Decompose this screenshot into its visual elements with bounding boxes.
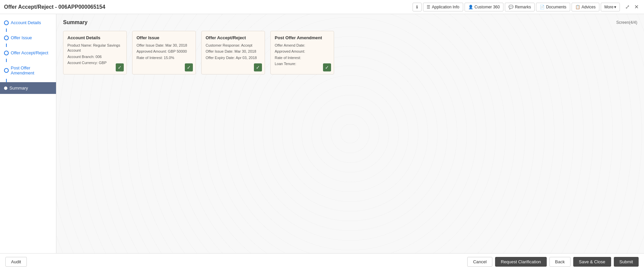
section-title: Summary: [63, 19, 88, 25]
screen-info: Screen(4/4): [616, 20, 637, 25]
nav-circle-offer-issue: [4, 36, 9, 40]
nav-dot-summary: [4, 87, 7, 90]
header-actions: ℹ ☰ Application Info 👤 Customer 360 💬 Re…: [413, 3, 640, 11]
documents-icon: 📄: [540, 5, 545, 9]
advices-button[interactable]: 📋 Advices: [572, 3, 599, 11]
card-field-account-branch: Account Branch: 006: [67, 54, 122, 59]
nav-circle-account-details: [4, 20, 9, 25]
window-controls: ⤢ ✕: [624, 3, 640, 11]
approved-amount2-label: Approved Amount:: [275, 49, 305, 53]
card-check-offer-accept-reject: ✓: [254, 63, 262, 71]
section-header: Summary Screen(4/4): [63, 19, 637, 25]
approved-amount-label: Approved Amount:: [137, 49, 168, 53]
card-field-account-currency: Account Currency: GBP: [67, 60, 122, 65]
card-title-post-offer-amendment: Post Offer Amendment: [275, 35, 330, 40]
rate-of-interest2-label: Rate of Interest:: [275, 56, 301, 60]
nav-circle-post-offer-amendment: [4, 68, 9, 73]
submit-button[interactable]: Submit: [614, 257, 639, 267]
product-name-label: Product Name:: [67, 43, 93, 47]
approved-amount-value: GBP 50000: [168, 49, 187, 53]
resize-button[interactable]: ⤢: [624, 3, 631, 11]
card-field-customer-response: Customer Response: Accept: [206, 43, 261, 48]
sidebar: Account Details Offer Issue Offer Accept…: [0, 14, 56, 253]
post-offer-amendment-card: Post Offer Amendment Offer Amend Date: A…: [270, 31, 334, 74]
customer360-icon: 👤: [468, 5, 473, 9]
nav-circle-offer-accept-reject: [4, 51, 9, 55]
offer-issue-date2-label: Offer Issue Date:: [206, 49, 234, 53]
nav-connector-3: [6, 59, 7, 62]
cards-row: Account Details Product Name: Regular Sa…: [63, 31, 637, 74]
back-button[interactable]: Back: [549, 257, 571, 267]
remarks-button[interactable]: 💬 Remarks: [505, 3, 535, 11]
footer-right: Cancel Request Clarification Back Save &…: [467, 257, 639, 267]
sidebar-item-offer-accept-reject[interactable]: Offer Accept/Reject: [0, 47, 56, 59]
card-field-approved-amount2: Approved Amount:: [275, 49, 330, 54]
account-branch-label: Account Branch:: [67, 55, 96, 59]
offer-issue-date-value: Mar 30, 2018: [165, 43, 187, 47]
info-icon: ℹ: [416, 5, 418, 9]
account-details-card: Account Details Product Name: Regular Sa…: [63, 31, 127, 74]
nav-connector-1: [6, 29, 7, 32]
card-field-rate-of-interest2: Rate of Interest:: [275, 55, 330, 60]
card-check-account-details: ✓: [116, 63, 124, 71]
nav-connector-4: [6, 79, 7, 82]
page-title: Offer Accept/Reject - 006APP000065154: [4, 4, 105, 10]
account-currency-value: GBP: [99, 61, 107, 65]
customer-response-value: Accept: [241, 43, 253, 47]
offer-issue-card: Offer Issue Offer Issue Date: Mar 30, 20…: [132, 31, 196, 74]
offer-amend-date-label: Offer Amend Date:: [275, 43, 305, 47]
documents-button[interactable]: 📄 Documents: [536, 3, 570, 11]
footer: Audit Cancel Request Clarification Back …: [0, 253, 644, 270]
card-check-post-offer-amendment: ✓: [323, 63, 331, 71]
customer-response-label: Customer Response:: [206, 43, 241, 47]
save-close-button[interactable]: Save & Close: [573, 257, 611, 267]
card-check-offer-issue: ✓: [185, 63, 193, 71]
account-branch-value: 006: [96, 55, 102, 59]
card-title-offer-accept-reject: Offer Accept/Reject: [206, 35, 261, 40]
offer-issue-date-label: Offer Issue Date:: [137, 43, 165, 47]
card-field-offer-amend-date: Offer Amend Date:: [275, 43, 330, 48]
loan-tenure-label: Loan Tenure:: [275, 62, 296, 66]
customer360-button[interactable]: 👤 Customer 360: [465, 3, 503, 11]
card-field-rate-of-interest: Rate of Interest: 15.0%: [137, 55, 192, 60]
audit-button[interactable]: Audit: [5, 257, 27, 267]
account-currency-label: Account Currency:: [67, 61, 99, 65]
card-field-offer-issue-date2: Offer Issue Date: Mar 30, 2018: [206, 49, 261, 54]
rate-of-interest-value: 15.0%: [164, 56, 174, 60]
main-layout: Account Details Offer Issue Offer Accept…: [0, 14, 644, 253]
card-field-offer-issue-date: Offer Issue Date: Mar 30, 2018: [137, 43, 192, 48]
application-info-button[interactable]: ☰ Application Info: [423, 3, 463, 11]
nav-connector-2: [6, 44, 7, 47]
offer-accept-reject-card: Offer Accept/Reject Customer Response: A…: [201, 31, 265, 74]
content-area: Summary Screen(4/4) Account Details Prod…: [56, 14, 644, 253]
close-button[interactable]: ✕: [633, 3, 640, 11]
sidebar-item-account-details[interactable]: Account Details: [0, 17, 56, 29]
rate-of-interest-label: Rate of Interest:: [137, 56, 164, 60]
remarks-icon: 💬: [508, 5, 514, 9]
content-inner: Summary Screen(4/4) Account Details Prod…: [56, 14, 644, 253]
card-title-offer-issue: Offer Issue: [137, 35, 192, 40]
advices-icon: 📋: [575, 5, 580, 9]
header: Offer Accept/Reject - 006APP000065154 ℹ …: [0, 0, 644, 14]
application-info-icon: ☰: [427, 5, 430, 9]
card-field-loan-tenure: Loan Tenure:: [275, 61, 330, 66]
footer-left: Audit: [5, 257, 27, 267]
cancel-button[interactable]: Cancel: [467, 257, 492, 267]
card-field-product-name: Product Name: Regular Savings Account: [67, 43, 122, 53]
sidebar-item-summary[interactable]: Summary: [0, 82, 56, 94]
request-clarification-button[interactable]: Request Clarification: [495, 257, 547, 267]
card-field-offer-expiry-date: Offer Expiry Date: Apr 03, 2018: [206, 55, 261, 60]
offer-issue-date2-value: Mar 30, 2018: [234, 49, 256, 53]
offer-expiry-date-label: Offer Expiry Date:: [206, 56, 236, 60]
more-button[interactable]: More ▾: [601, 3, 620, 11]
sidebar-item-post-offer-amendment[interactable]: Post Offer Amendment: [0, 62, 56, 79]
card-field-approved-amount: Approved Amount: GBP 50000: [137, 49, 192, 54]
offer-expiry-date-value: Apr 03, 2018: [236, 56, 257, 60]
sidebar-item-offer-issue[interactable]: Offer Issue: [0, 32, 56, 44]
info-button[interactable]: ℹ: [413, 3, 422, 11]
card-title-account-details: Account Details: [67, 35, 122, 40]
more-chevron-icon: ▾: [614, 5, 616, 9]
